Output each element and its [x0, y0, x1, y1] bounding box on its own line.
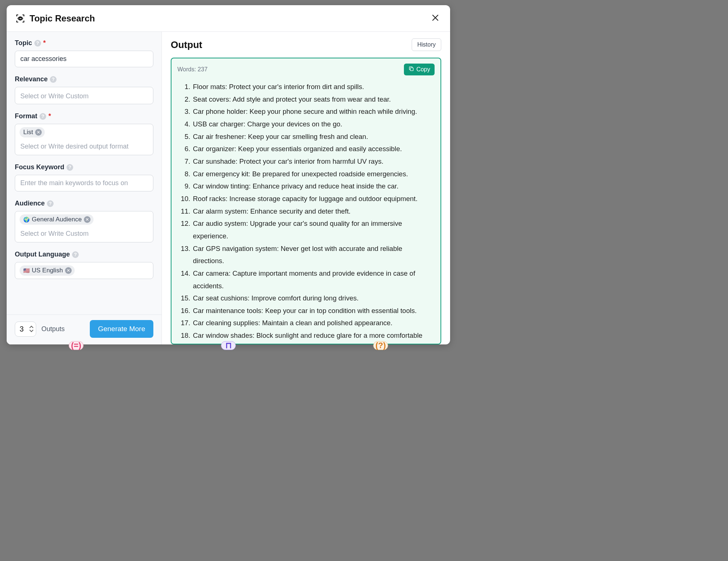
relevance-select[interactable]: Select or Write Custom — [15, 87, 153, 104]
focus-keyword-label: Focus Keyword — [15, 163, 64, 171]
globe-icon: 🌍 — [23, 217, 30, 222]
format-placeholder: Select or Write desired output format — [20, 140, 149, 151]
chip-remove-icon[interactable]: ✕ — [84, 216, 91, 223]
list-item: USB car charger: Charge your devices on … — [192, 118, 433, 130]
format-select[interactable]: List ✕ Select or Write desired output fo… — [15, 124, 153, 155]
output-list: Floor mats: Protect your car's interior … — [177, 79, 435, 344]
history-button[interactable]: History — [412, 38, 441, 51]
svg-rect-1 — [410, 68, 413, 71]
list-item: Car window tinting: Enhance privacy and … — [192, 180, 433, 193]
audience-label: Audience — [15, 200, 45, 207]
ai-eye-icon — [16, 14, 25, 23]
relevance-label: Relevance — [15, 75, 48, 83]
outputs-count-stepper[interactable]: 3 — [15, 322, 36, 337]
copy-label: Copy — [416, 66, 430, 73]
help-icon[interactable]: ? — [47, 200, 54, 207]
modal-title: Topic Research — [30, 13, 95, 24]
list-item: Roof racks: Increase storage capacity fo… — [192, 193, 433, 205]
relevance-placeholder: Select or Write Custom — [20, 90, 149, 101]
modal-header: Topic Research — [7, 5, 450, 32]
format-chip: List ✕ — [20, 127, 45, 137]
language-chip: 🇺🇸 US English ✕ — [20, 265, 75, 276]
svg-point-0 — [19, 17, 21, 19]
stepper-up-icon[interactable] — [29, 325, 34, 329]
output-title: Output — [171, 39, 202, 51]
close-button[interactable] — [429, 12, 441, 25]
chip-label: General Audience — [32, 216, 82, 223]
list-item: Car emergency kit: Be prepared for unexp… — [192, 168, 433, 180]
list-item: Car air freshener: Keep your car smellin… — [192, 130, 433, 143]
form-panel: Topic ? * Relevance ? Select or Write Cu… — [7, 32, 162, 344]
list-item: Seat covers: Add style and protect your … — [192, 93, 433, 106]
audience-select[interactable]: 🌍 General Audience ✕ Select or Write Cus… — [15, 211, 153, 242]
outputs-count-value: 3 — [20, 325, 24, 333]
list-item: Car cleaning supplies: Maintain a clean … — [192, 317, 433, 329]
list-item: Car audio system: Upgrade your car's sou… — [192, 217, 433, 242]
list-item: Floor mats: Protect your car's interior … — [192, 81, 433, 93]
help-icon[interactable]: ? — [50, 76, 57, 83]
copy-icon — [408, 66, 414, 73]
topic-label: Topic — [15, 39, 32, 47]
output-card: Words: 237 Copy Floor mats: Protect your… — [171, 58, 441, 344]
focus-keyword-input[interactable] — [15, 175, 153, 191]
list-item: Car organizer: Keep your essentials orga… — [192, 143, 433, 155]
copy-button[interactable]: Copy — [404, 64, 435, 75]
language-label: Output Language — [15, 251, 70, 258]
language-select[interactable]: 🇺🇸 US English ✕ — [15, 262, 153, 279]
list-item: Car maintenance tools: Keep your car in … — [192, 305, 433, 317]
generate-more-button[interactable]: Generate More — [90, 320, 153, 338]
output-panel: Output History Words: 237 Copy Floor mat… — [162, 32, 450, 344]
list-item: Car camera: Capture important moments an… — [192, 267, 433, 292]
required-indicator: * — [48, 112, 51, 120]
topic-input[interactable] — [15, 51, 153, 67]
chip-label: List — [23, 129, 33, 136]
flag-us-icon: 🇺🇸 — [23, 268, 30, 273]
decoration-icon: (=) — [69, 341, 84, 350]
audience-chip: 🌍 General Audience ✕ — [20, 214, 93, 225]
list-item: Car seat cushions: Improve comfort durin… — [192, 292, 433, 305]
help-icon[interactable]: ? — [67, 164, 73, 171]
chip-remove-icon[interactable]: ✕ — [35, 129, 42, 136]
topic-research-modal: Topic Research Topic ? * — [7, 5, 450, 344]
format-label: Format — [15, 112, 37, 120]
required-indicator: * — [43, 39, 46, 47]
list-item: Car GPS navigation system: Never get los… — [192, 242, 433, 267]
help-icon[interactable]: ? — [40, 113, 46, 120]
chip-label: US English — [32, 267, 63, 274]
outputs-label: Outputs — [41, 325, 65, 333]
background-decoration: (=) ⊓ (?) — [0, 340, 457, 351]
word-count: Words: 237 — [177, 66, 208, 73]
decoration-icon: ⊓ — [221, 341, 236, 350]
audience-placeholder: Select or Write Custom — [20, 227, 149, 238]
list-item: Car alarm system: Enhance security and d… — [192, 205, 433, 218]
list-item: Car sunshade: Protect your car's interio… — [192, 155, 433, 168]
close-icon — [431, 18, 440, 23]
stepper-down-icon[interactable] — [29, 329, 34, 333]
list-item: Car phone holder: Keep your phone secure… — [192, 105, 433, 118]
chip-remove-icon[interactable]: ✕ — [65, 267, 72, 274]
decoration-icon: (?) — [373, 341, 388, 350]
help-icon[interactable]: ? — [72, 251, 79, 258]
help-icon[interactable]: ? — [34, 40, 41, 47]
